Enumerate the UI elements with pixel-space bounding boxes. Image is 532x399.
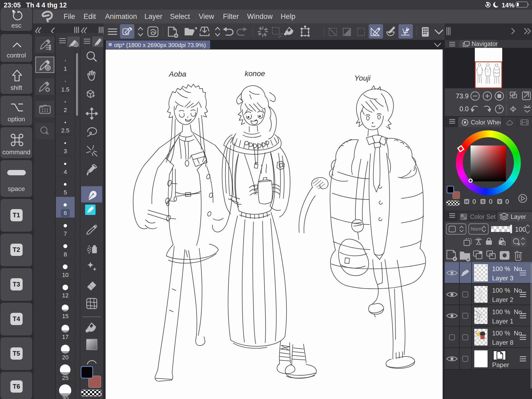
svg-text:Norm: Norm	[471, 226, 483, 232]
svg-text:100: 100	[515, 226, 526, 233]
svg-text:Aoba: Aoba	[168, 70, 186, 78]
svg-text:konoe: konoe	[245, 69, 265, 78]
svg-text:0.0: 0.0	[508, 123, 511, 126]
svg-text:Youji: Youji	[354, 74, 371, 82]
